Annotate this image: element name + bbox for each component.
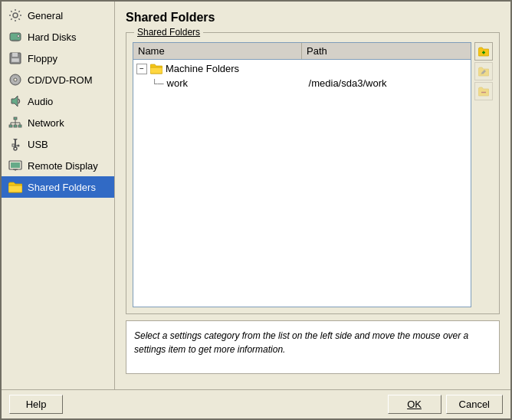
svg-rect-6 [11, 58, 19, 62]
toolbar-buttons [474, 42, 493, 307]
svg-rect-11 [14, 117, 17, 120]
col-path: Path [302, 43, 471, 59]
sidebar-item-audio-label: Audio [28, 96, 53, 107]
sidebar-item-audio[interactable]: Audio [2, 90, 114, 112]
svg-marker-21 [13, 139, 18, 141]
edit-folder-button[interactable] [474, 62, 493, 80]
tree-view: Name Path − [133, 42, 471, 307]
svg-rect-14 [18, 125, 21, 127]
svg-rect-12 [9, 125, 12, 127]
audio-icon [8, 94, 23, 109]
sidebar-item-general-label: General [28, 10, 63, 21]
sidebar-item-shared-folders[interactable]: Shared Folders [2, 176, 114, 198]
svg-rect-22 [12, 144, 15, 146]
tree-body: − Machine Folders [133, 60, 471, 92]
sidebar-item-network[interactable]: Network [2, 112, 114, 133]
sidebar-item-cd-dvd-rom-label: CD/DVD-ROM [28, 74, 93, 86]
sidebar-item-floppy-label: Floppy [28, 53, 57, 64]
display-icon [8, 158, 23, 173]
remove-folder-button[interactable] [474, 82, 493, 100]
cd-icon [8, 72, 23, 87]
svg-rect-13 [14, 125, 17, 127]
add-folder-button[interactable] [474, 42, 493, 61]
svg-point-8 [14, 78, 17, 81]
tree-header: Name Path [133, 43, 471, 60]
tree-connector: └─ [152, 79, 164, 88]
tree-folder-icon [150, 64, 162, 74]
folder-icon [8, 179, 23, 195]
help-button[interactable]: Help [9, 395, 63, 414]
svg-point-2 [11, 40, 19, 42]
svg-point-3 [18, 35, 20, 38]
sidebar-item-remote-display[interactable]: Remote Display [2, 155, 114, 176]
group-legend-text: Shared Folders [137, 27, 200, 38]
main-window: General Hard Disks [0, 0, 512, 420]
sidebar-item-hard-disks-label: Hard Disks [28, 31, 77, 43]
col-name: Name [133, 43, 302, 59]
sidebar-item-usb[interactable]: USB [2, 133, 114, 155]
tree-expander[interactable]: − [136, 64, 147, 74]
svg-line-32 [481, 74, 483, 74]
sidebar-item-cd-dvd-rom[interactable]: CD/DVD-ROM [2, 69, 114, 90]
tree-item-path: /media/sda3/work [309, 77, 387, 89]
gear-icon [8, 8, 23, 23]
machine-folders-label: Machine Folders [166, 63, 239, 74]
floppy-icon [8, 51, 23, 66]
disk-icon [8, 29, 23, 44]
svg-rect-27 [11, 162, 20, 168]
panel-title: Shared Folders [126, 11, 500, 25]
info-box: Select a settings category from the list… [126, 320, 500, 374]
svg-marker-10 [11, 96, 18, 107]
ok-label: OK [407, 399, 422, 410]
group-legend: Shared Folders [134, 27, 203, 38]
svg-point-25 [14, 147, 17, 150]
sidebar-item-network-label: Network [28, 117, 64, 129]
ok-cancel-group: OK Cancel [388, 395, 503, 414]
bottom-bar: Help OK Cancel [2, 389, 510, 418]
main-content: General Hard Disks [2, 2, 510, 389]
sidebar-item-general[interactable]: General [2, 5, 114, 26]
ok-button[interactable]: OK [388, 395, 441, 414]
shared-folders-container: Name Path − [133, 42, 493, 307]
right-panel: Shared Folders Shared Folders Name Path [115, 2, 510, 389]
svg-rect-5 [12, 53, 18, 57]
sidebar: General Hard Disks [2, 2, 115, 389]
sidebar-item-shared-folders-label: Shared Folders [28, 182, 96, 193]
sidebar-item-remote-display-label: Remote Display [28, 160, 98, 172]
sidebar-item-floppy[interactable]: Floppy [2, 48, 114, 69]
shared-folders-group: Shared Folders Name Path − [126, 32, 500, 314]
sidebar-item-usb-label: USB [28, 139, 48, 150]
tree-group-machine-folders: − Machine Folders [133, 61, 471, 76]
cancel-button[interactable]: Cancel [446, 395, 503, 414]
tree-item-work: └─ work /media/sda3/work [133, 76, 471, 90]
svg-point-24 [18, 145, 20, 147]
usb-icon [8, 136, 23, 152]
sidebar-item-hard-disks[interactable]: Hard Disks [2, 26, 114, 48]
tree-item-name: work [167, 77, 309, 89]
svg-point-0 [13, 13, 18, 18]
network-icon [8, 115, 23, 130]
